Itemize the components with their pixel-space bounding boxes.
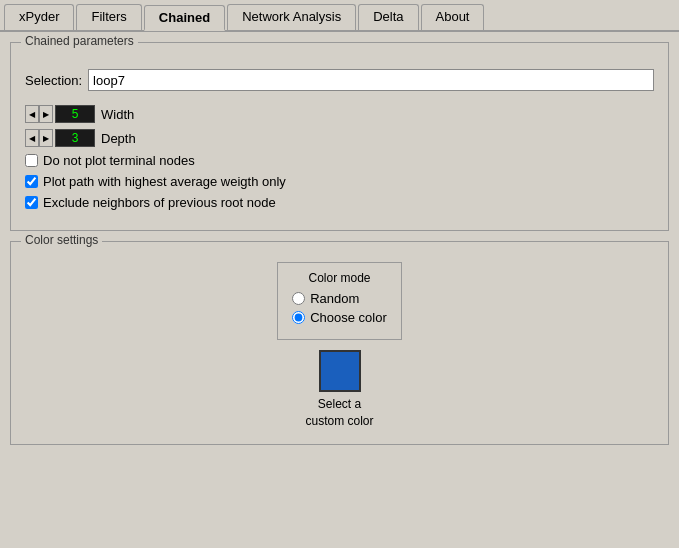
cb1-checkbox[interactable] [25,154,38,167]
random-radio-row: Random [292,291,387,306]
selection-input[interactable] [88,69,654,91]
choose-radio[interactable] [292,311,305,324]
random-label: Random [310,291,359,306]
cb3-label: Exclude neighbors of previous root node [43,195,276,210]
width-input[interactable] [55,105,95,123]
width-label: Width [101,107,134,122]
color-settings-group: Color settings Color mode Random Choose … [10,241,669,445]
tab-xpyder[interactable]: xPyder [4,4,74,30]
tab-filters[interactable]: Filters [76,4,141,30]
choose-radio-row: Choose color [292,310,387,325]
random-radio[interactable] [292,292,305,305]
cb2-checkbox[interactable] [25,175,38,188]
depth-input[interactable] [55,129,95,147]
cb2-row: Plot path with highest average weigth on… [25,174,654,189]
main-content: Chained parameters Selection: ◀ ▶ Width … [0,32,679,548]
selection-row: Selection: [25,69,654,91]
cb3-checkbox[interactable] [25,196,38,209]
tab-chained[interactable]: Chained [144,5,225,31]
chained-params-group: Chained parameters Selection: ◀ ▶ Width … [10,42,669,231]
color-swatch[interactable] [319,350,361,392]
width-spinner-row: ◀ ▶ Width [25,105,654,123]
choose-label: Choose color [310,310,387,325]
tab-delta[interactable]: Delta [358,4,418,30]
width-arrows: ◀ ▶ [25,105,53,123]
cb3-row: Exclude neighbors of previous root node [25,195,654,210]
width-right-btn[interactable]: ▶ [39,105,53,123]
color-settings-inner: Color mode Random Choose color Select a … [25,252,654,430]
tab-about[interactable]: About [421,4,485,30]
tab-network-analysis[interactable]: Network Analysis [227,4,356,30]
depth-arrows: ◀ ▶ [25,129,53,147]
cb2-label: Plot path with highest average weigth on… [43,174,286,189]
color-mode-box: Color mode Random Choose color [277,262,402,340]
depth-label: Depth [101,131,136,146]
color-settings-title: Color settings [21,233,102,247]
width-left-btn[interactable]: ◀ [25,105,39,123]
color-swatch-label: Select a custom color [305,396,373,430]
color-mode-title: Color mode [292,271,387,285]
chained-params-title: Chained parameters [21,34,138,48]
depth-right-btn[interactable]: ▶ [39,129,53,147]
tab-bar: xPyder Filters Chained Network Analysis … [0,0,679,32]
depth-left-btn[interactable]: ◀ [25,129,39,147]
depth-spinner-row: ◀ ▶ Depth [25,129,654,147]
cb1-row: Do not plot terminal nodes [25,153,654,168]
selection-label: Selection: [25,73,82,88]
cb1-label: Do not plot terminal nodes [43,153,195,168]
